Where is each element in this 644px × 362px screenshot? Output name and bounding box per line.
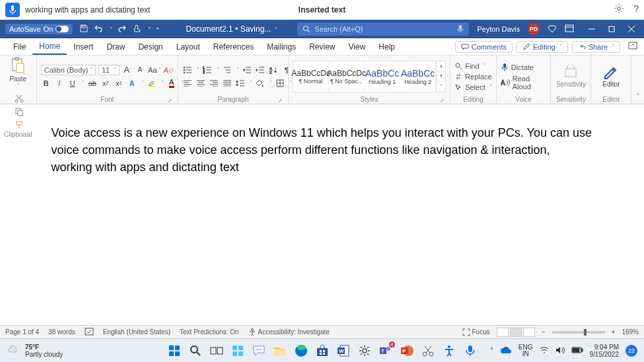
editing-mode-button[interactable]: Editing˅ [517, 41, 568, 53]
zoom-out-icon[interactable]: − [542, 328, 546, 336]
tab-home[interactable]: Home [32, 38, 67, 55]
italic-button[interactable]: I [54, 78, 65, 89]
styles-gallery[interactable]: AaBbCcDc¶ Normal AaBbCcDc¶ No Spac... Aa… [293, 61, 446, 92]
task-view-icon[interactable] [209, 343, 225, 359]
highlight-icon[interactable] [147, 78, 157, 89]
zoom-slider[interactable] [552, 331, 605, 334]
help-icon[interactable]: ? [633, 3, 639, 17]
spell-check-icon[interactable] [85, 328, 94, 337]
bullets-icon[interactable] [182, 65, 193, 75]
settings-taskbar-icon[interactable] [357, 343, 373, 359]
replace-button[interactable]: Replace [454, 73, 492, 81]
search-taskbar-icon[interactable] [188, 343, 203, 359]
zoom-level[interactable]: 169% [622, 328, 639, 336]
document-body-text[interactable]: Voice access is a new experience on Wind… [52, 124, 593, 176]
volume-icon[interactable] [555, 346, 565, 355]
zoom-in-icon[interactable]: + [612, 328, 616, 336]
strikethrough-button[interactable]: ab [87, 78, 98, 89]
align-center-icon[interactable] [196, 78, 206, 89]
search-box[interactable]: Search (Alt+Q) [297, 22, 469, 36]
language-indicator[interactable]: English (United States) [103, 328, 170, 336]
styles-scroll-down[interactable]: ▾ [437, 71, 445, 81]
focus-mode[interactable]: Focus [462, 328, 490, 336]
read-aloud-button[interactable]: ARead Aloud [501, 75, 547, 90]
print-layout-icon[interactable] [510, 328, 522, 337]
copy-icon[interactable] [15, 107, 24, 118]
redo-icon[interactable] [118, 24, 127, 35]
align-left-icon[interactable] [182, 78, 193, 89]
minimize-button[interactable] [582, 20, 602, 38]
line-spacing-icon[interactable] [235, 78, 246, 89]
tab-references[interactable]: References [207, 38, 260, 55]
show-hidden-icons[interactable]: ˄ [490, 347, 493, 354]
grow-font-icon[interactable]: Aˆ [122, 65, 133, 75]
tab-insert[interactable]: Insert [67, 38, 100, 55]
font-size-select[interactable]: 11˅ [98, 65, 120, 75]
underline-button[interactable]: U [67, 78, 78, 89]
save-icon[interactable] [79, 24, 89, 35]
widgets-icon[interactable] [230, 343, 246, 359]
onedrive-icon[interactable] [500, 346, 512, 355]
superscript-button[interactable]: x2 [114, 78, 124, 89]
qat-customize-icon[interactable]: ⁼ [156, 26, 159, 33]
justify-icon[interactable] [222, 78, 233, 89]
word-icon[interactable]: W [336, 343, 351, 359]
shrink-font-icon[interactable]: Aˇ [135, 65, 146, 75]
accessibility-check[interactable]: Accessibility: Investigate [248, 328, 330, 336]
teams-icon[interactable]: T4 [378, 343, 394, 359]
decrease-indent-icon[interactable] [242, 65, 252, 75]
snipping-tool-icon[interactable] [420, 343, 436, 359]
multilevel-list-icon[interactable] [222, 65, 233, 75]
weather-widget[interactable]: 75°FPartly cloudy [7, 344, 63, 358]
qat-touch-icon[interactable] [132, 24, 141, 35]
subscript-button[interactable]: x2 [100, 78, 111, 89]
web-layout-icon[interactable] [523, 328, 535, 337]
font-color-icon[interactable]: A [166, 78, 177, 89]
tab-draw[interactable]: Draw [100, 38, 131, 55]
file-explorer-icon[interactable] [272, 343, 288, 359]
wifi-icon[interactable] [540, 346, 549, 355]
styles-expand[interactable]: ⁼ [437, 81, 445, 91]
collapse-ribbon-icon[interactable]: ˄ [631, 55, 644, 104]
editor-button[interactable]: Editor [595, 65, 627, 88]
notification-center[interactable]: 22 [626, 345, 637, 357]
tab-file[interactable]: File [7, 38, 32, 55]
select-button[interactable]: Select˅ [454, 83, 492, 91]
format-painter-icon[interactable] [15, 120, 24, 131]
search-mic-icon[interactable] [457, 24, 464, 34]
increase-indent-icon[interactable] [255, 65, 266, 75]
paste-button[interactable]: Paste ˅ [6, 57, 30, 89]
tab-mailings[interactable]: Mailings [260, 38, 303, 55]
undo-icon[interactable] [94, 24, 103, 35]
numbering-icon[interactable]: 123 [202, 65, 213, 75]
user-avatar[interactable]: PD [528, 23, 540, 35]
tab-design[interactable]: Design [131, 38, 169, 55]
styles-scroll-up[interactable]: ▴ [437, 61, 445, 71]
document-canvas[interactable]: Voice access is a new experience on Wind… [0, 104, 644, 325]
share-button[interactable]: Share˅ [572, 41, 620, 53]
font-family-select[interactable]: Calibri (Body)˅ [41, 65, 96, 75]
accessibility-taskbar-icon[interactable] [441, 343, 457, 359]
read-mode-icon[interactable] [497, 328, 509, 337]
close-button[interactable] [622, 20, 641, 38]
borders-icon[interactable] [275, 78, 285, 89]
ribbon-display-options-icon[interactable] [628, 42, 637, 52]
autosave-toggle[interactable]: AutoSave On [5, 24, 73, 34]
microphone-icon[interactable] [5, 3, 20, 17]
ribbon-mode-icon[interactable] [565, 24, 574, 34]
powerpoint-icon[interactable]: P [399, 343, 415, 359]
bold-button[interactable]: B [41, 78, 52, 89]
word-count[interactable]: 38 words [48, 328, 75, 336]
voice-access-taskbar-icon[interactable] [462, 343, 478, 359]
page-indicator[interactable]: Page 1 of 4 [5, 328, 39, 336]
dictate-button[interactable]: Dictate [501, 63, 547, 72]
clock[interactable]: 9:04 PM9/15/2022 [590, 344, 620, 358]
style-normal[interactable]: AaBbCcDc¶ Normal [293, 61, 329, 92]
diamond-icon[interactable] [548, 24, 557, 35]
comments-button[interactable]: Comments [455, 41, 513, 53]
cut-icon[interactable] [15, 94, 24, 104]
style-heading2[interactable]: AaBbCcHeading 2 [400, 61, 436, 92]
style-heading1[interactable]: AaBbCcHeading 1 [365, 61, 400, 92]
shading-icon[interactable] [255, 78, 266, 89]
settings-gear-icon[interactable] [614, 3, 624, 17]
